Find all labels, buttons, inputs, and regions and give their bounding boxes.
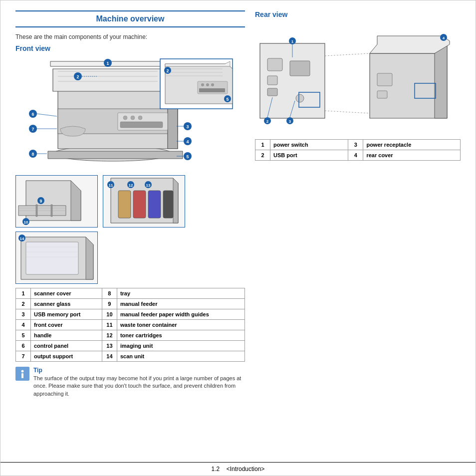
table-row: 3USB memory port10manual feeder paper wi… <box>16 309 245 320</box>
svg-text:5: 5 <box>186 154 189 159</box>
part-name-2: tray <box>117 288 244 299</box>
svg-text:3: 3 <box>186 124 189 129</box>
footer-section: <Introduction> <box>227 466 265 473</box>
svg-text:14: 14 <box>20 237 24 241</box>
part-name: power switch <box>270 140 348 150</box>
svg-line-82 <box>325 53 370 56</box>
part-number: 2 <box>16 299 31 309</box>
paper-feeder-diagram: 10 9 <box>15 175 98 228</box>
toner-svg: 11 12 13 <box>103 176 185 227</box>
part-name: front cover <box>31 320 102 330</box>
tip-box: Tip The surface of the output tray may b… <box>15 367 245 398</box>
scan-unit-svg: 14 <box>16 232 97 283</box>
rear-diagram: 4 1 2 3 <box>255 23 461 133</box>
svg-point-39 <box>206 83 209 86</box>
tip-title: Tip <box>33 367 245 374</box>
svg-text:2: 2 <box>166 68 169 73</box>
svg-text:8: 8 <box>31 152 34 157</box>
table-row: 4front cover11waste toner container <box>16 320 245 330</box>
svg-rect-75 <box>21 373 23 378</box>
svg-point-74 <box>21 370 24 373</box>
svg-point-40 <box>211 83 214 86</box>
svg-text:11: 11 <box>109 183 113 188</box>
svg-text:6: 6 <box>31 112 34 117</box>
svg-rect-50 <box>51 205 52 217</box>
part-number: 5 <box>16 330 31 341</box>
svg-text:1: 1 <box>291 39 294 44</box>
table-row: 1power switch3power receptacle <box>255 140 461 150</box>
svg-text:2: 2 <box>76 74 79 79</box>
part-number-2: 12 <box>102 330 117 341</box>
intro-text: These are the main components of your ma… <box>15 33 245 40</box>
part-name: scanner glass <box>31 299 102 309</box>
tip-text: The surface of the output tray may becom… <box>33 375 245 398</box>
part-name: handle <box>31 330 102 341</box>
table-row: 6control panel13imaging unit <box>16 341 245 351</box>
part-number: 3 <box>16 309 31 320</box>
svg-text:9: 9 <box>39 199 42 204</box>
part-name: output support <box>31 351 102 362</box>
right-column: Rear view <box>255 10 461 398</box>
part-name-2: rear cover <box>363 150 461 161</box>
part-number: 2 <box>255 150 270 161</box>
svg-line-83 <box>325 111 370 113</box>
rear-parts-table: 1power switch3power receptacle2USB port4… <box>255 139 461 161</box>
svg-rect-41 <box>199 88 225 92</box>
svg-text:10: 10 <box>24 220 28 225</box>
svg-text:12: 12 <box>129 183 133 188</box>
table-row: 2USB port4rear cover <box>255 150 461 161</box>
rear-printer-svg: 4 1 2 3 <box>255 23 460 133</box>
rear-view-label: Rear view <box>255 10 461 18</box>
svg-text:7: 7 <box>31 127 34 132</box>
svg-rect-56 <box>118 191 131 218</box>
part-number: 1 <box>255 140 270 150</box>
part-number-2: 4 <box>348 150 363 161</box>
small-diagrams-row: 10 9 <box>15 175 245 228</box>
svg-line-26 <box>37 114 57 116</box>
tip-icon <box>15 367 29 381</box>
page: Machine overview These are the main comp… <box>0 0 476 476</box>
footer-bar: 1.2 <Introduction> <box>0 462 476 476</box>
footer-page: 1.2 <box>212 466 220 473</box>
part-number: 1 <box>16 288 31 299</box>
svg-rect-57 <box>133 191 146 218</box>
svg-text:5: 5 <box>226 97 229 102</box>
scan-unit-diagram: 14 <box>15 232 98 284</box>
front-view-label: Front view <box>15 44 245 52</box>
svg-rect-79 <box>267 88 277 96</box>
part-number-2: 9 <box>102 299 117 309</box>
svg-point-8 <box>138 116 142 120</box>
svg-point-81 <box>296 94 304 102</box>
svg-rect-49 <box>36 205 37 217</box>
svg-rect-86 <box>377 73 392 86</box>
part-name-2: waste toner container <box>117 320 244 330</box>
svg-text:13: 13 <box>146 183 151 188</box>
svg-point-7 <box>131 116 135 120</box>
svg-rect-58 <box>148 191 161 218</box>
part-name-2: imaging unit <box>117 341 244 351</box>
part-number: 7 <box>16 351 31 362</box>
left-column: Machine overview These are the main comp… <box>15 10 245 398</box>
part-number: 4 <box>16 320 31 330</box>
part-name-2: manual feeder <box>117 299 244 309</box>
svg-rect-59 <box>163 191 173 218</box>
part-name-2: scan unit <box>117 351 244 362</box>
svg-rect-80 <box>290 61 310 76</box>
front-printer-svg: 1 2 3 4 <box>15 56 235 171</box>
table-row: 7output support14scan unit <box>16 351 245 362</box>
svg-text:1: 1 <box>106 61 109 66</box>
part-number-2: 13 <box>102 341 117 351</box>
svg-text:4: 4 <box>443 36 445 40</box>
table-row: 2scanner glass9manual feeder <box>16 299 245 309</box>
svg-point-38 <box>201 83 204 86</box>
tip-content: Tip The surface of the output tray may b… <box>33 367 245 398</box>
part-number-2: 8 <box>102 288 117 299</box>
page-title: Machine overview <box>15 10 245 27</box>
svg-point-6 <box>123 116 127 120</box>
part-number: 6 <box>16 341 31 351</box>
part-name: USB memory port <box>31 309 102 320</box>
paper-feeder-svg: 10 9 <box>16 176 97 227</box>
svg-text:4: 4 <box>186 139 189 144</box>
part-number-2: 3 <box>348 140 363 150</box>
svg-rect-78 <box>267 76 277 85</box>
